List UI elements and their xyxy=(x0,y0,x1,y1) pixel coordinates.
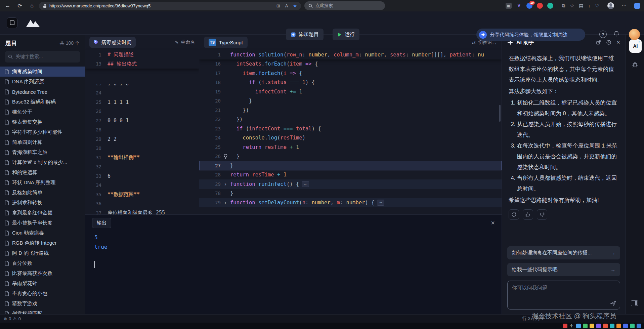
sidebar-item[interactable]: DNA 序列还原 xyxy=(0,77,85,87)
close-ai-icon[interactable]: × xyxy=(616,39,620,46)
sidebar-item[interactable]: 字符串有多少种可能性 xyxy=(0,127,85,137)
extension-red-icon[interactable] xyxy=(537,3,543,9)
read-aloud-icon[interactable]: A xyxy=(285,3,288,8)
close-output-icon[interactable]: × xyxy=(491,219,495,227)
help-icon[interactable]: ? xyxy=(599,31,607,38)
send-icon[interactable] xyxy=(610,300,616,306)
ai-assistant-button[interactable]: AI ✦ xyxy=(629,39,642,53)
extension-teal-icon[interactable] xyxy=(547,3,553,9)
browser-essentials-icon[interactable]: ♡ xyxy=(595,3,599,8)
fold-icon[interactable]: › xyxy=(221,200,230,206)
export-chat-icon[interactable] xyxy=(596,40,601,45)
sidebar-item[interactable]: 拿到最多红包金额 xyxy=(0,208,85,218)
code-line[interactable]: 19 infectCont += 1 xyxy=(199,87,502,96)
thumbs-up-icon[interactable] xyxy=(523,209,533,220)
code-line[interactable]: 25 return resTime + 1 xyxy=(199,142,502,152)
user-avatar[interactable] xyxy=(629,29,640,40)
sidebar-item[interactable]: 不再贪心的小包 xyxy=(0,288,85,298)
run-button[interactable]: 运行 xyxy=(333,29,359,40)
tray-app-4[interactable] xyxy=(596,324,601,328)
url-bar[interactable]: https://www.marscode.cn/practice/36dkow3… xyxy=(39,2,301,10)
code-line[interactable]: 20 } xyxy=(199,96,502,106)
browser-sidebar-icon[interactable] xyxy=(634,3,640,9)
ai-suggestion-chip[interactable]: 给我一些代码提示吧→ xyxy=(507,263,620,276)
tray-red-app[interactable] xyxy=(563,324,567,328)
tray-app-10[interactable] xyxy=(637,324,641,328)
collections-icon[interactable]: ▤ xyxy=(579,3,583,8)
marscode-logo-icon[interactable] xyxy=(26,19,41,28)
extension-v-icon[interactable]: V xyxy=(516,3,522,9)
promo-banner[interactable]: 分享代码练习体验，领限量定制周边 xyxy=(476,29,585,41)
refresh-icon[interactable]: ⟳ xyxy=(16,3,24,9)
fold-icon[interactable]: › xyxy=(221,181,230,187)
sidebar-item[interactable]: 阿 D 的飞行路线 xyxy=(0,248,85,258)
downloads-icon[interactable]: ↓ xyxy=(588,3,590,8)
sidebar-item[interactable]: Bytedance Tree xyxy=(0,87,85,97)
code-line[interactable]: 29›function runInfect() {⋯ xyxy=(199,179,502,189)
tray-app-9[interactable] xyxy=(630,324,635,328)
favorites-bar-icon[interactable]: ☆ xyxy=(570,3,574,8)
tray-app-7[interactable] xyxy=(616,324,621,328)
app-logo-icon[interactable] xyxy=(7,17,17,28)
browser-search[interactable]: 点此搜索 xyxy=(304,1,385,10)
code-lines[interactable]: 16 intSeats.forEach(item => {17 item.for… xyxy=(199,59,502,207)
problem-editor[interactable]: 231 0 1 024251 1 1 126270 0 0 128292 230… xyxy=(85,84,199,214)
sidebar-item[interactable]: 链表聚集交换 xyxy=(0,117,85,127)
output-tab[interactable]: 输出 xyxy=(92,218,111,228)
code-line[interactable]: 23 if (infectCont === total) { xyxy=(199,124,502,133)
sidebar-item[interactable]: Base32 编码和解码 xyxy=(0,97,85,107)
add-question-button[interactable]: 添加题目 xyxy=(286,29,324,40)
debug-bug-icon[interactable] xyxy=(632,61,638,68)
ai-suggestion-chip[interactable]: 如何处理病毒在不同座位间的传播...→ xyxy=(507,246,620,259)
code-line[interactable]: 18 if (i.status === 1) { xyxy=(199,78,502,87)
ime-indicator[interactable]: 中 xyxy=(569,324,574,328)
tray-app-3[interactable] xyxy=(590,324,594,328)
code-line[interactable]: 21 }) xyxy=(199,106,502,115)
tray-app-5[interactable] xyxy=(603,324,608,328)
code-line[interactable]: 26 } xyxy=(199,152,502,161)
tray-app-2[interactable] xyxy=(583,324,588,328)
sidebar-item[interactable]: 最小替换子串长度 xyxy=(0,218,85,228)
extension-badge-icon[interactable]: 19 xyxy=(526,3,532,9)
code-line[interactable]: 27} xyxy=(199,161,502,170)
sidebar-item[interactable]: 创意标题匹配 xyxy=(0,309,85,314)
split-screen-icon[interactable]: ⧉ xyxy=(562,3,565,9)
output-content[interactable]: 5true xyxy=(85,231,502,268)
problem-title-chip[interactable]: 病毒感染时间 xyxy=(89,37,136,48)
code-line[interactable]: 1function solution(row_n: number, column… xyxy=(199,50,502,59)
history-icon[interactable] xyxy=(606,40,611,45)
extension-tile-icon[interactable]: ▦ xyxy=(506,3,512,9)
tray-app-8[interactable] xyxy=(623,324,628,328)
rename-button[interactable]: ✎ 重命名 xyxy=(175,39,195,45)
browser-profile-avatar[interactable] xyxy=(607,2,614,9)
code-line[interactable]: 16 intSeats.forEach(item => { xyxy=(199,59,502,69)
browser-menu-icon[interactable]: ⋯ xyxy=(621,3,627,9)
search-input[interactable]: 关键字搜索... xyxy=(5,51,80,63)
sidebar-item[interactable]: 简单四则计算 xyxy=(0,137,85,147)
thumbs-down-icon[interactable] xyxy=(537,209,547,220)
code-line[interactable]: 22 }) xyxy=(199,115,502,124)
tray-app-1[interactable] xyxy=(576,324,581,328)
sidebar-item[interactable]: 猫鱼分干 xyxy=(0,107,85,117)
tray-app-6[interactable] xyxy=(610,324,614,328)
sidebar-item[interactable]: 青海湖租车之旅 xyxy=(0,147,85,157)
toggle-panel-icon[interactable] xyxy=(631,300,638,306)
code-line[interactable]: 28return resTime + 1 xyxy=(199,170,502,180)
sidebar-item[interactable]: RGB 色值转 Integer xyxy=(0,238,85,248)
sidebar-item[interactable]: 及格如此简单 xyxy=(0,188,85,198)
apps-grid-icon[interactable]: ⊞ xyxy=(276,3,280,8)
scrollbar-thumb[interactable] xyxy=(499,105,501,122)
problems-indicator[interactable]: ⊗ 0 ⚠ 0 xyxy=(3,316,21,321)
notifications-icon[interactable] xyxy=(613,31,619,37)
sidebar-item[interactable]: 和的逆运算 xyxy=(0,167,85,177)
code-line[interactable]: 79›function setDelayCount(n: number, m: … xyxy=(199,198,502,207)
sidebar-item[interactable]: 计算位置 x 到 y 的最少... xyxy=(0,157,85,167)
favorite-star-icon[interactable]: ★ xyxy=(293,3,297,8)
sidebar-item[interactable]: 比赛最高获胜次数 xyxy=(0,268,85,278)
code-line[interactable]: 24 console.log(resTime) xyxy=(199,133,502,143)
lightbulb-icon[interactable] xyxy=(221,154,230,159)
home-icon[interactable]: ⌂ xyxy=(28,3,36,9)
sidebar-item[interactable]: 环状 DNA 序列整理 xyxy=(0,177,85,188)
sidebar-item[interactable]: Cion 勒索病毒 xyxy=(0,228,85,238)
code-line[interactable]: 78} xyxy=(199,189,502,198)
